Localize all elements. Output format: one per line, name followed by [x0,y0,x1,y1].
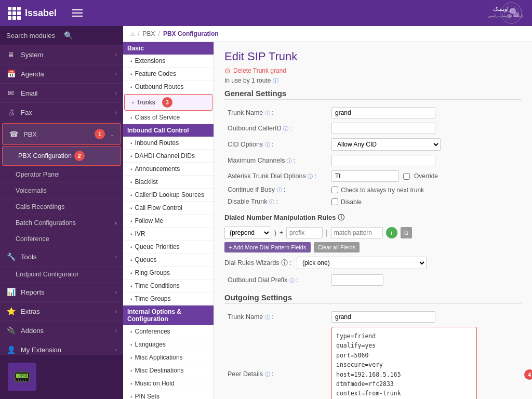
sidebar-sub-label: Voicemails [16,187,47,194]
delete-trunk-link[interactable]: ⊖ Delete Trunk grand [224,66,522,75]
dialed-number-header: Dialed Number Manipulation Rules ⓘ [224,213,522,222]
sidebar-item-my-extension[interactable]: 👤 My Extension › [0,340,123,355]
email-icon: ✉ [6,89,16,97]
sidebar-item-conference[interactable]: Conference [0,231,123,247]
nav-link-blacklist[interactable]: Blacklist [123,176,214,189]
nav-link-feature-codes[interactable]: Feature Codes [123,68,214,81]
nav-link-conferences[interactable]: Conferences [123,325,214,338]
fax-icon: 🖨 [6,108,16,116]
prepend-select[interactable]: (prepend [224,227,271,239]
nav-link-misc-apps[interactable]: Misc Applications [123,351,214,364]
search-icon[interactable]: 🔍 [64,31,117,39]
svg-point-6 [508,14,512,18]
nav-link-trunks[interactable]: Trunks 3 [124,94,212,111]
nav-link-outbound-routes[interactable]: Outbound Routes [123,81,214,94]
dial-rules-select[interactable]: (pick one) US/Canada UK [297,257,427,269]
override-checkbox[interactable] [403,173,410,180]
main-layout: Search modules 🔍 🖥 System › 📅 Agenda › ✉… [0,26,532,399]
nav-link-queues[interactable]: Queues [123,254,214,267]
nav-link-follow-me[interactable]: Follow Me [123,215,214,228]
sidebar-item-label: Extras [21,308,110,315]
sidebar-item-reports[interactable]: 📊 Reports › [0,283,123,302]
clear-fields-button[interactable]: Clear all Fields [314,242,360,252]
nav-link-queue-priorities[interactable]: Queue Priorities [123,241,214,254]
sidebar-item-label: PBX [23,130,87,138]
addons-icon: 🔌 [6,326,16,335]
disable-trunk-checkbox[interactable] [331,198,338,205]
copy-row-button[interactable]: ⧉ [401,227,412,238]
sidebar-item-system[interactable]: 🖥 System › [0,45,123,64]
nav-link-inbound-routes[interactable]: Inbound Routes [123,137,214,150]
nav-link-pin-sets[interactable]: PIN Sets [123,390,214,399]
nav-link-ring-groups[interactable]: Ring Groups [123,267,214,280]
dial-rules-row: Dial Rules Wizards ⓘ : (pick one) US/Can… [224,257,522,269]
outbound-callerid-input[interactable] [331,123,435,134]
sidebar-item-calls-recordings[interactable]: Calls Recordings [0,199,123,215]
hamburger-menu[interactable] [72,9,83,17]
sidebar-item-agenda[interactable]: 📅 Agenda › [0,64,123,84]
nav-link-class-of-service[interactable]: Class of Service [123,111,214,124]
trunk-name-input[interactable] [331,107,435,118]
nav-link-ivr[interactable]: IVR [123,228,214,241]
sidebar-item-batch-config[interactable]: Batch Configurations › [0,215,123,231]
outgoing-trunk-name-input[interactable] [331,311,435,323]
annotation-3: 3 [162,97,172,108]
outbound-prefix-input[interactable] [331,274,383,286]
peer-details-content[interactable]: type=friendqualify=yesport=5060insecure=… [331,327,477,399]
general-settings-header: General Settings [224,89,522,100]
nav-link-misc-dest[interactable]: Misc Destinations [123,364,214,377]
prefix-input[interactable] [286,227,323,238]
add-row-button[interactable]: + [386,227,397,238]
chevron-icon: › [115,71,117,77]
sidebar-item-addons[interactable]: 🔌 Addons › [0,321,123,340]
nav-link-dahdi[interactable]: DAHDI Channel DIDs [123,150,214,163]
sidebar-item-pbx-config[interactable]: PBX Configuration 2 [2,146,121,166]
match-pattern-input[interactable] [331,227,383,238]
nav-link-announcements[interactable]: Announcements [123,163,214,176]
phone-icon: 📟 [8,363,36,391]
sidebar-phone-icon-box[interactable]: 📟 [0,355,123,399]
nav-link-time-conditions[interactable]: Time Conditions [123,280,214,292]
sidebar-item-label: Addons [21,327,110,335]
chevron-icon: › [115,347,117,353]
sidebar-item-label: System [21,51,110,59]
sidebar-item-label: Agenda [21,70,110,78]
nav-link-extensions[interactable]: Extensions [123,55,214,68]
sidebar-item-pbx[interactable]: ☎ PBX 1 ⌄ [2,123,121,145]
sidebar-sub-label: Endpoint Configurator [16,271,79,278]
add-more-dial-button[interactable]: + Add More Dial Pattern Fields [224,242,311,252]
asterisk-dial-options-input[interactable] [331,170,399,182]
breadcrumb-pbx: PBX [143,30,155,37]
sidebar-item-tools[interactable]: 🔧 Tools › [0,247,123,267]
trunk-name-label: Trunk Name ⓘ : [224,105,328,121]
cid-options-select[interactable]: Allow Any CID Block Foreign CIDs Force T… [331,138,441,151]
info-icon: ⓘ [265,142,270,148]
sidebar-item-fax[interactable]: 🖨 Fax › [0,103,123,122]
sidebar-item-endpoint-config[interactable]: Endpoint Configurator [0,267,123,283]
sidebar-item-label: Email [21,89,110,97]
sidebar-item-operator-panel[interactable]: Operator Panel [0,167,123,183]
content-area: ⌂ / PBX / PBX Configuration Basic Extens… [123,26,532,399]
home-icon: ⌂ [131,30,135,37]
sidebar-item-voicemails[interactable]: Voicemails [0,183,123,199]
search-modules-bar[interactable]: Search modules 🔍 [0,26,123,45]
nav-link-time-groups[interactable]: Time Groups [123,292,214,305]
max-channels-cell [328,153,522,168]
svg-point-5 [514,12,519,17]
info-icon: ⓘ [338,214,344,221]
outgoing-trunk-name-cell [328,309,522,325]
nav-link-languages[interactable]: Languages [123,338,214,351]
nav-link-callerid-lookup[interactable]: CallerID Lookup Sources [123,189,214,202]
info-icon: ⓘ [273,77,278,84]
outbound-prefix-cell [328,272,522,288]
chevron-icon: › [115,289,117,295]
sidebar-item-email[interactable]: ✉ Email › [0,84,123,103]
nav-link-music-on-hold[interactable]: Music on Hold [123,377,214,390]
max-channels-input[interactable] [331,155,435,166]
sidebar-item-extras[interactable]: ⭐ Extras › [0,302,123,321]
breadcrumb-current: PBX Configuration [163,30,219,37]
continue-busy-checkbox[interactable] [331,187,338,193]
asterisk-dial-options-label: Asterisk Trunk Dial Options ⓘ : [224,168,328,184]
nav-link-call-flow[interactable]: Call Flow Control [123,202,214,215]
dial-pattern-buttons: + Add More Dial Pattern Fields Clear all… [224,242,522,252]
